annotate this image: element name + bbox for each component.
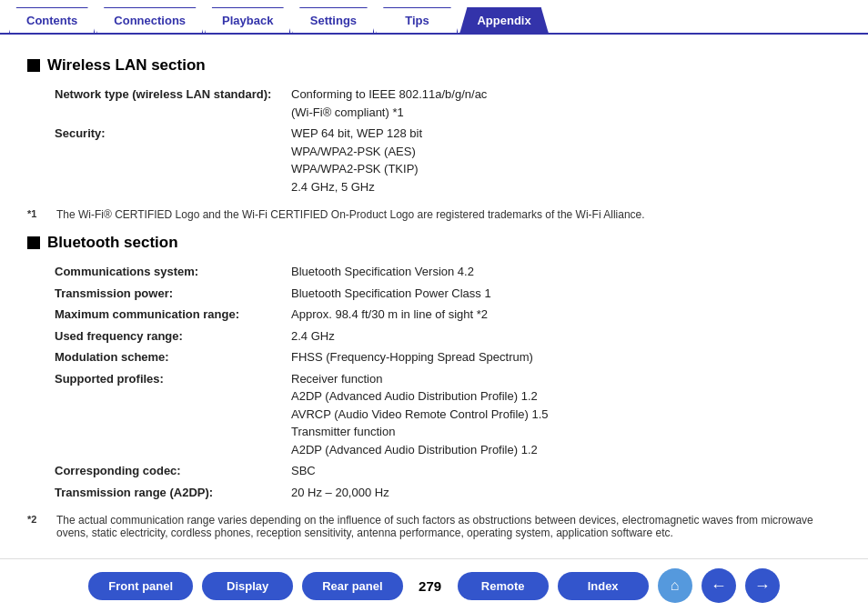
front-panel-button[interactable]: Front panel (88, 572, 193, 600)
spec-value-line: Bluetooth Specification Version 4.2 (291, 263, 841, 281)
spec-value: 20 Hz – 20,000 Hz (291, 484, 841, 502)
spec-value-line: Transmitter function (291, 423, 841, 441)
footnote-text: The actual communication range varies de… (56, 514, 841, 539)
spec-table: Communications system:Bluetooth Specific… (55, 263, 841, 501)
spec-value: 2.4 GHz (291, 327, 841, 346)
spec-row: Used frequency range:2.4 GHz (55, 327, 841, 346)
page-number: 279 (412, 578, 449, 594)
nav-tabs: ContentsConnectionsPlaybackSettingsTipsA… (0, 0, 868, 35)
spec-value-line: WPA/WPA2-PSK (AES) (291, 143, 841, 161)
rear-panel-button[interactable]: Rear panel (302, 572, 402, 600)
tab-appendix[interactable]: Appendix (459, 7, 548, 33)
spec-row: Maximum communication range:Approx. 98.4… (55, 306, 841, 324)
section-title: Wireless LAN section (27, 56, 841, 75)
spec-label: Transmission range (A2DP): (55, 484, 291, 502)
spec-row: Communications system:Bluetooth Specific… (55, 263, 841, 281)
spec-value-line: Bluetooth Specification Power Class 1 (291, 285, 841, 303)
spec-value-line: WEP 64 bit, WEP 128 bit (291, 125, 841, 143)
tab-playback[interactable]: Playback (205, 7, 290, 33)
spec-label: Modulation scheme: (55, 348, 291, 366)
spec-value-line: Conforming to IEEE 802.11a/b/g/n/ac (291, 85, 841, 104)
section-title-text: Bluetooth section (47, 234, 178, 252)
section-title: Bluetooth section (27, 234, 841, 252)
section-title-text: Wireless LAN section (47, 56, 206, 75)
footnote: *1The Wi-Fi® CERTIFIED Logo and the Wi-F… (27, 208, 841, 221)
home-button[interactable]: ⌂ (658, 568, 692, 603)
spec-value-line: 2.4 GHz (291, 327, 841, 346)
spec-value-line: 20 Hz – 20,000 Hz (291, 484, 841, 502)
spec-row: Modulation scheme:FHSS (Frequency-Hoppin… (55, 348, 841, 366)
spec-row: Network type (wireless LAN standard):Con… (55, 85, 841, 121)
spec-value: Approx. 98.4 ft/30 m in line of sight *2 (291, 306, 841, 324)
spec-value-line: Approx. 98.4 ft/30 m in line of sight *2 (291, 306, 841, 324)
forward-button[interactable]: → (745, 568, 780, 603)
spec-value-line: AVRCP (Audio Video Remote Control Profil… (291, 406, 841, 424)
spec-value-line: (Wi-Fi® compliant) *1 (291, 104, 841, 122)
spec-label: Security: (55, 125, 291, 143)
footer-nav: Front panelDisplayRear panel279RemoteInd… (0, 558, 868, 612)
spec-value: FHSS (Frequency-Hopping Spread Spectrum) (291, 348, 841, 366)
spec-label: Corresponding codec: (55, 462, 291, 480)
spec-row: Transmission power:Bluetooth Specificati… (55, 285, 841, 303)
main-content: Wireless LAN sectionNetwork type (wirele… (0, 35, 868, 561)
tab-contents[interactable]: Contents (9, 7, 95, 33)
display-button[interactable]: Display (202, 572, 293, 600)
spec-value-line: Receiver function (291, 370, 841, 388)
back-button[interactable]: ← (701, 568, 736, 603)
footnote-mark: *2 (27, 514, 53, 525)
tab-connections[interactable]: Connections (96, 7, 203, 33)
spec-table: Network type (wireless LAN standard):Con… (55, 85, 841, 196)
index-button[interactable]: Index (558, 572, 649, 600)
spec-label: Network type (wireless LAN standard): (55, 85, 291, 104)
spec-value-line: SBC (291, 462, 841, 480)
spec-label: Supported profiles: (55, 370, 291, 388)
spec-value-line: A2DP (Advanced Audio Distribution Profil… (291, 387, 841, 406)
tab-tips[interactable]: Tips (376, 7, 458, 33)
section-square-icon (27, 59, 40, 72)
spec-value-line: FHSS (Frequency-Hopping Spread Spectrum) (291, 348, 841, 366)
spec-row: Security:WEP 64 bit, WEP 128 bitWPA/WPA2… (55, 125, 841, 196)
spec-value: SBC (291, 462, 841, 480)
spec-value: Bluetooth Specification Power Class 1 (291, 285, 841, 303)
section-square-icon (27, 236, 40, 249)
spec-value: Receiver functionA2DP (Advanced Audio Di… (291, 370, 841, 459)
spec-row: Transmission range (A2DP):20 Hz – 20,000… (55, 484, 841, 502)
spec-value: WEP 64 bit, WEP 128 bitWPA/WPA2-PSK (AES… (291, 125, 841, 196)
footnote-mark: *1 (27, 208, 53, 219)
footnote-text: The Wi-Fi® CERTIFIED Logo and the Wi-Fi … (56, 208, 645, 221)
tab-settings[interactable]: Settings (292, 7, 374, 33)
spec-row: Supported profiles:Receiver functionA2DP… (55, 370, 841, 459)
spec-value-line: 2.4 GHz, 5 GHz (291, 178, 841, 196)
spec-value: Conforming to IEEE 802.11a/b/g/n/ac(Wi-F… (291, 85, 841, 121)
spec-value-line: WPA/WPA2-PSK (TKIP) (291, 160, 841, 178)
spec-label: Communications system: (55, 263, 291, 281)
footnote: *2The actual communication range varies … (27, 514, 841, 539)
spec-value: Bluetooth Specification Version 4.2 (291, 263, 841, 281)
spec-value-line: A2DP (Advanced Audio Distribution Profil… (291, 441, 841, 459)
spec-label: Maximum communication range: (55, 306, 291, 324)
remote-button[interactable]: Remote (458, 572, 549, 600)
spec-label: Used frequency range: (55, 327, 291, 346)
spec-label: Transmission power: (55, 285, 291, 303)
spec-row: Corresponding codec:SBC (55, 462, 841, 480)
